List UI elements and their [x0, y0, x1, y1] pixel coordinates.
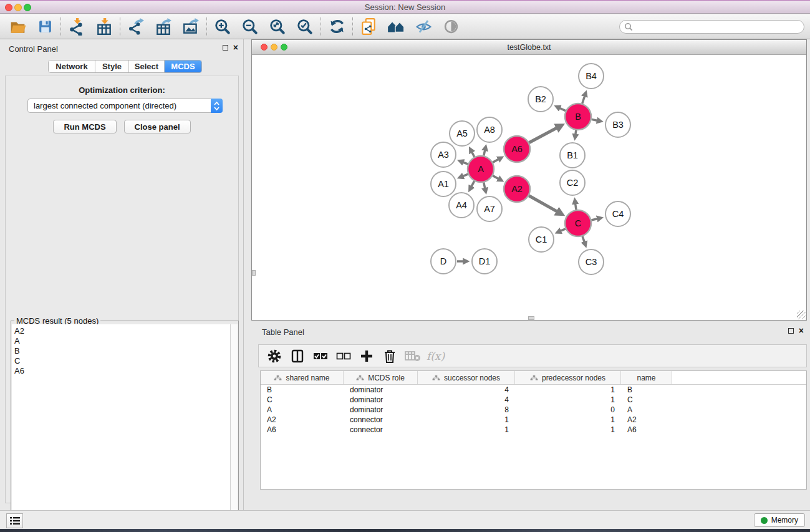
import-table-button[interactable] [90, 16, 118, 37]
save-session-button[interactable] [31, 16, 59, 37]
edge-B-B4[interactable] [582, 97, 585, 104]
column-header-shared-name[interactable]: shared name [261, 371, 344, 384]
edge-A-A3[interactable] [463, 162, 468, 164]
close-panel-button[interactable]: Close panel [124, 120, 191, 133]
result-item[interactable]: C [14, 356, 230, 366]
cell-predecessor-nodes[interactable]: 1 [515, 385, 621, 395]
criterion-dropdown[interactable]: largest connected component (directed) [27, 99, 223, 113]
search-input[interactable] [619, 20, 804, 34]
node-A5[interactable]: A5 [450, 121, 475, 146]
task-history-button[interactable] [6, 513, 23, 528]
column-header-successor-nodes[interactable]: successor nodes [418, 371, 515, 384]
zoom-in-button[interactable] [209, 16, 236, 37]
node-A4[interactable]: A4 [449, 193, 474, 218]
run-mcds-button[interactable]: Run MCDS [53, 120, 116, 133]
node-A[interactable]: A [468, 156, 494, 182]
edge-A-A8[interactable] [484, 150, 485, 155]
cell-predecessor-nodes[interactable]: 0 [515, 405, 621, 415]
result-scrollbar[interactable] [230, 324, 238, 532]
gear-button[interactable] [263, 347, 286, 365]
edge-C-C3[interactable] [582, 236, 584, 242]
import-network-button[interactable] [63, 16, 90, 37]
cell-shared-name[interactable]: B [261, 385, 344, 395]
edge-A-A4[interactable] [471, 181, 475, 186]
close-table-panel-icon[interactable]: × [799, 328, 804, 334]
add-button[interactable] [355, 347, 378, 365]
cell-name[interactable]: A2 [621, 415, 672, 425]
cell-name[interactable]: A [621, 405, 672, 415]
edge-B-B3[interactable] [592, 119, 597, 120]
tab-network[interactable]: Network [49, 60, 95, 72]
memory-button[interactable]: Memory [754, 513, 805, 527]
edge-A-A7[interactable] [484, 182, 485, 188]
cell-successor-nodes[interactable]: 4 [418, 385, 515, 395]
network-canvas[interactable]: AA1A3A5A8A4A7A6A2BB1B2B3B4CC1C2C3C4DD1 [252, 55, 806, 320]
table-row[interactable]: A6connector11A6 [261, 425, 806, 435]
refresh-button[interactable] [323, 16, 350, 37]
export-image-button[interactable] [177, 16, 205, 37]
cell-successor-nodes[interactable]: 8 [418, 405, 515, 415]
edge-A-A5[interactable] [472, 152, 475, 157]
cell-name[interactable]: B [621, 385, 672, 395]
tab-mcds[interactable]: MCDS [165, 60, 201, 72]
hide-details-button[interactable] [410, 16, 437, 37]
column-header-name[interactable]: name [621, 371, 672, 384]
float-panel-icon[interactable] [223, 45, 228, 51]
open-file-button[interactable] [4, 16, 31, 37]
node-C[interactable]: C [565, 210, 591, 236]
edge-C-C2[interactable] [576, 204, 576, 210]
delete-button[interactable] [378, 347, 401, 365]
cell-MCDS-role[interactable]: connector [344, 415, 418, 425]
select-all-button[interactable] [309, 347, 332, 365]
node-B1[interactable]: B1 [560, 143, 585, 168]
cell-predecessor-nodes[interactable]: 1 [515, 415, 621, 425]
cell-predecessor-nodes[interactable]: 1 [515, 395, 621, 405]
node-B[interactable]: B [565, 104, 591, 130]
cell-MCDS-role[interactable]: connector [344, 425, 418, 435]
node-D1[interactable]: D1 [472, 249, 497, 274]
node-A6[interactable]: A6 [504, 136, 530, 162]
home-button[interactable] [382, 16, 410, 37]
cell-MCDS-role[interactable]: dominator [344, 405, 418, 415]
cell-name[interactable]: A6 [621, 425, 672, 435]
node-C1[interactable]: C1 [529, 227, 554, 252]
result-item[interactable]: A [14, 336, 230, 346]
node-C3[interactable]: C3 [579, 249, 604, 274]
zoom-fit-button[interactable] [264, 16, 291, 37]
edge-A-A2[interactable] [493, 176, 498, 179]
node-A8[interactable]: A8 [477, 117, 502, 142]
network-window-titlebar[interactable]: testGlobe.txt [252, 40, 806, 55]
resize-grip-corner[interactable] [797, 311, 806, 319]
columns-button[interactable] [286, 347, 309, 365]
edge-B-B2[interactable] [560, 108, 566, 110]
edge-A-A1[interactable] [463, 174, 468, 176]
node-A2[interactable]: A2 [504, 176, 530, 202]
resize-grip-bottom[interactable] [528, 316, 534, 320]
edge-C-C4[interactable] [591, 219, 597, 220]
cell-shared-name[interactable]: A [261, 405, 344, 415]
node-A7[interactable]: A7 [477, 196, 502, 221]
zoom-selected-button[interactable] [291, 16, 319, 37]
cell-successor-nodes[interactable]: 1 [418, 425, 515, 435]
node-D[interactable]: D [431, 249, 456, 274]
export-table-button[interactable] [150, 16, 177, 37]
edge-B-B1[interactable] [576, 130, 576, 134]
birdseye-button[interactable] [437, 16, 465, 37]
node-B4[interactable]: B4 [579, 64, 604, 89]
table-row[interactable]: A2connector11A2 [261, 415, 806, 425]
table-row[interactable]: Cdominator41C [261, 395, 806, 405]
unselect-all-button[interactable] [332, 347, 355, 365]
tab-style[interactable]: Style [95, 60, 129, 72]
cell-successor-nodes[interactable]: 1 [418, 415, 515, 425]
cell-shared-name[interactable]: A6 [261, 425, 344, 435]
column-header-predecessor-nodes[interactable]: predecessor nodes [515, 371, 621, 384]
result-item[interactable]: B [14, 346, 230, 356]
edge-C-C1[interactable] [561, 229, 566, 231]
node-C2[interactable]: C2 [560, 170, 585, 195]
cell-MCDS-role[interactable]: dominator [344, 385, 418, 395]
resize-grip-left[interactable] [252, 270, 256, 276]
float-table-panel-icon[interactable] [788, 328, 794, 334]
zoom-out-button[interactable] [236, 16, 264, 37]
cybrowser-button[interactable] [355, 16, 382, 37]
result-item[interactable]: A2 [14, 326, 230, 336]
